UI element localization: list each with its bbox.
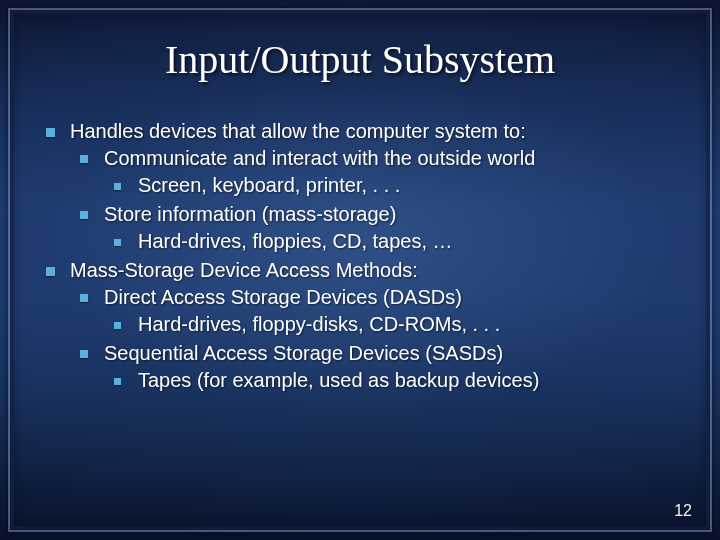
bullet-text: Sequential Access Storage Devices (SASDs…	[104, 342, 503, 364]
list-item: Screen, keyboard, printer, . . .	[112, 172, 680, 199]
bullet-list: Tapes (for example, used as backup devic…	[112, 367, 680, 394]
bullet-list: Screen, keyboard, printer, . . .	[112, 172, 680, 199]
bullet-text: Mass-Storage Device Access Methods:	[70, 259, 418, 281]
bullet-text: Tapes (for example, used as backup devic…	[138, 369, 539, 391]
list-item: Tapes (for example, used as backup devic…	[112, 367, 680, 394]
list-item: Store information (mass-storage) Hard-dr…	[78, 201, 680, 255]
list-item: Communicate and interact with the outsid…	[78, 145, 680, 199]
bullet-text: Hard-drives, floppy-disks, CD-ROMs, . . …	[138, 313, 500, 335]
list-item: Handles devices that allow the computer …	[44, 118, 680, 255]
bullet-text: Communicate and interact with the outsid…	[104, 147, 535, 169]
bullet-text: Direct Access Storage Devices (DASDs)	[104, 286, 462, 308]
list-item: Sequential Access Storage Devices (SASDs…	[78, 340, 680, 394]
list-item: Hard-drives, floppy-disks, CD-ROMs, . . …	[112, 311, 680, 338]
bullet-list: Direct Access Storage Devices (DASDs) Ha…	[78, 284, 680, 394]
bullet-list: Communicate and interact with the outsid…	[78, 145, 680, 255]
page-number: 12	[674, 502, 692, 520]
bullet-list: Hard-drives, floppy-disks, CD-ROMs, . . …	[112, 311, 680, 338]
list-item: Direct Access Storage Devices (DASDs) Ha…	[78, 284, 680, 338]
list-item: Mass-Storage Device Access Methods: Dire…	[44, 257, 680, 394]
bullet-text: Handles devices that allow the computer …	[70, 120, 526, 142]
bullet-text: Hard-drives, floppies, CD, tapes, …	[138, 230, 453, 252]
bullet-text: Screen, keyboard, printer, . . .	[138, 174, 400, 196]
bullet-list: Handles devices that allow the computer …	[44, 118, 680, 394]
bullet-list: Hard-drives, floppies, CD, tapes, …	[112, 228, 680, 255]
slide-title: Input/Output Subsystem	[0, 36, 720, 83]
slide-content: Handles devices that allow the computer …	[44, 118, 680, 396]
bullet-text: Store information (mass-storage)	[104, 203, 396, 225]
list-item: Hard-drives, floppies, CD, tapes, …	[112, 228, 680, 255]
slide: Input/Output Subsystem Handles devices t…	[0, 0, 720, 540]
